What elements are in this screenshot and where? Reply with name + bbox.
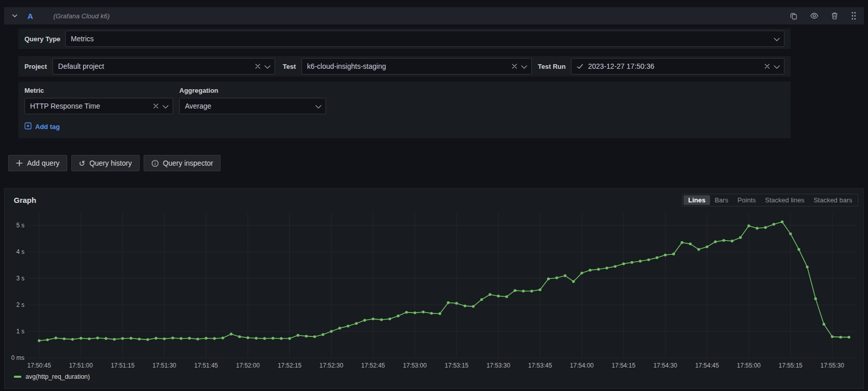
data-point (489, 293, 491, 296)
metric-select[interactable]: HTTP Response Time (24, 98, 173, 114)
legend-color-swatch (14, 376, 21, 378)
data-point (88, 337, 91, 340)
test-run-select[interactable]: 2023-12-27 17:50:36 (571, 58, 785, 74)
x-axis-tick-label: 17:54:30 (654, 362, 677, 369)
data-point (288, 337, 291, 340)
data-point (263, 337, 266, 340)
data-point (171, 336, 174, 339)
data-point (681, 241, 683, 244)
data-point (213, 337, 215, 340)
delete-query-trash-icon[interactable] (831, 12, 838, 20)
data-point (296, 334, 299, 336)
data-point (255, 337, 257, 340)
x-axis-tick-label: 17:53:45 (528, 362, 552, 369)
draw-mode-tab-stacked-bars[interactable]: Stacked bars (809, 195, 857, 205)
query-type-row: Query Type Metrics (18, 29, 791, 49)
x-axis-tick-label: 17:52:00 (236, 362, 260, 369)
data-point (230, 333, 232, 335)
data-point (138, 337, 141, 340)
chevron-down-icon (521, 62, 527, 70)
drag-handle-icon[interactable] (851, 11, 857, 20)
data-point (764, 226, 767, 229)
add-tag-label: Add tag (35, 123, 60, 131)
data-point (513, 289, 516, 292)
y-axis-tick-label: 0 ms (11, 354, 24, 361)
data-point (422, 310, 424, 313)
draw-mode-tab-stacked-lines[interactable]: Stacked lines (761, 195, 809, 205)
add-tag-button[interactable]: Add tag (24, 122, 60, 131)
x-axis-tick-label: 17:53:30 (486, 362, 510, 369)
x-axis-tick-label: 17:51:00 (69, 362, 93, 369)
legend-item[interactable]: avg(http_req_duration) (14, 373, 858, 380)
x-axis-tick-label: 17:51:30 (152, 362, 176, 369)
query-inspector-button[interactable]: Query inspector (144, 155, 221, 171)
timeseries-chart[interactable]: 0 ms1 s2 s3 s4 s5 s17:50:4517:51:0017:51… (10, 211, 859, 370)
data-point (689, 243, 692, 245)
query-ref-id[interactable]: A (28, 12, 33, 20)
x-axis-tick-label: 17:51:45 (194, 362, 218, 369)
data-point (155, 337, 157, 340)
data-point (38, 340, 40, 342)
history-icon: ↺ (79, 160, 86, 167)
project-label: Project (24, 63, 47, 70)
data-point (614, 265, 616, 268)
data-point (572, 280, 575, 283)
aggregation-select[interactable]: Average (179, 98, 326, 114)
metric-section: Metric HTTP Response Time Aggregation (18, 82, 791, 138)
clear-icon[interactable] (255, 62, 260, 70)
data-point (706, 245, 708, 248)
data-point (555, 276, 558, 279)
data-point (631, 261, 633, 264)
data-point (505, 295, 508, 298)
clear-icon[interactable] (153, 102, 158, 110)
x-axis-tick-label: 17:54:45 (695, 362, 719, 369)
data-point (589, 269, 591, 271)
draw-mode-tabs: Lines Bars Points Stacked lines Stacked … (682, 194, 858, 206)
data-point (831, 335, 833, 338)
data-point (522, 290, 525, 292)
aggregation-label: Aggregation (179, 87, 326, 94)
data-point (247, 336, 249, 339)
data-point (280, 337, 282, 340)
x-axis-tick-label: 17:54:00 (570, 362, 594, 369)
query-editor-header[interactable]: A (Grafana Cloud k6) (4, 7, 864, 24)
data-point (806, 266, 808, 268)
panel-title[interactable]: Graph (14, 196, 36, 204)
data-point (539, 289, 541, 291)
data-point (146, 338, 149, 341)
graph-panel: Graph Lines Bars Points Stacked lines St… (4, 188, 864, 389)
query-type-value: Metrics (71, 35, 774, 43)
data-point (664, 254, 666, 256)
draw-mode-tab-lines[interactable]: Lines (684, 195, 710, 205)
aggregation-value: Average (185, 102, 315, 110)
x-axis-tick-label: 17:50:45 (27, 362, 51, 369)
test-select[interactable]: k6-cloud-insights-staging (302, 58, 532, 74)
data-point (163, 337, 166, 340)
x-axis-tick-label: 17:52:30 (319, 362, 343, 369)
add-query-button[interactable]: Add query (8, 155, 67, 171)
data-point (355, 322, 358, 325)
collapse-query-icon[interactable] (11, 12, 18, 19)
toggle-visibility-eye-icon[interactable] (810, 12, 819, 20)
data-point (338, 327, 341, 329)
data-point (697, 248, 700, 251)
data-point (447, 301, 449, 304)
clear-icon[interactable] (765, 62, 770, 70)
clear-icon[interactable] (512, 62, 517, 70)
x-axis-tick-label: 17:51:15 (111, 362, 134, 369)
data-point (772, 223, 775, 225)
data-point (430, 312, 432, 315)
chevron-down-icon (264, 62, 270, 70)
test-label: Test (283, 63, 296, 70)
query-history-button[interactable]: ↺ Query history (71, 155, 140, 171)
data-point (46, 338, 49, 341)
query-type-select[interactable]: Metrics (65, 31, 784, 47)
data-point (238, 335, 241, 338)
draw-mode-tab-points[interactable]: Points (733, 195, 761, 205)
duplicate-query-icon[interactable] (790, 12, 798, 20)
project-select[interactable]: Default project (52, 58, 275, 74)
draw-mode-tab-bars[interactable]: Bars (710, 195, 733, 205)
query-type-label: Query Type (24, 35, 61, 43)
data-point (380, 318, 383, 321)
y-axis-tick-label: 3 s (16, 275, 24, 282)
